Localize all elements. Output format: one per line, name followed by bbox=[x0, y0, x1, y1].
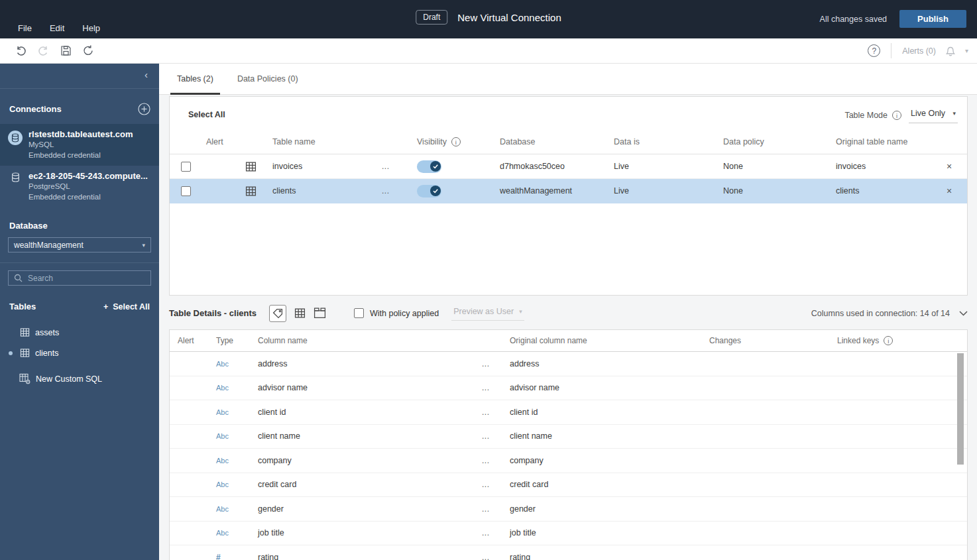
col-original-table-name: Original table name bbox=[836, 137, 947, 146]
alerts-chevron-down-icon[interactable]: ▾ bbox=[965, 47, 968, 54]
column-row[interactable]: Abccompany...company bbox=[170, 449, 967, 473]
column-name: advisor name bbox=[258, 383, 482, 392]
database-select-value: wealthManagement bbox=[14, 241, 84, 250]
column-type-icon: Abc bbox=[216, 529, 258, 537]
new-custom-sql-button[interactable]: New Custom SQL bbox=[0, 373, 159, 384]
column-row[interactable]: Abcclient id...client id bbox=[170, 400, 967, 425]
column-name: gender bbox=[258, 504, 482, 514]
row-checkbox[interactable] bbox=[181, 186, 191, 196]
original-column-name: gender bbox=[510, 504, 709, 514]
connection-item[interactable]: ec2-18-205-45-243.compute...PostgreSQLEm… bbox=[0, 166, 159, 207]
sidebar-table-item-clients[interactable]: clients bbox=[0, 343, 159, 363]
table-row[interactable]: invoices...d7hmokasc50ceoLiveNoneinvoice… bbox=[170, 154, 967, 179]
table-mode-chevron-down-icon: ▾ bbox=[952, 110, 956, 117]
row-menu-dots[interactable]: ... bbox=[382, 186, 417, 196]
with-policy-label: With policy applied bbox=[370, 309, 439, 318]
grid-view-button[interactable] bbox=[294, 308, 306, 319]
row-menu-dots[interactable]: ... bbox=[382, 162, 417, 171]
table-mode-group: Table Mode i Live Only ▾ bbox=[844, 107, 958, 123]
row-menu-dots[interactable]: ... bbox=[482, 504, 510, 514]
tables-select-all-button[interactable]: Select All bbox=[188, 110, 225, 119]
layout-view-button[interactable] bbox=[314, 308, 326, 319]
tab-data-policies[interactable]: Data Policies (0) bbox=[231, 64, 305, 94]
linked-keys-info-icon[interactable]: i bbox=[884, 336, 893, 345]
details-collapse-icon[interactable] bbox=[959, 311, 968, 316]
refresh-icon[interactable] bbox=[82, 44, 95, 57]
table-mode-info-icon[interactable]: i bbox=[892, 111, 901, 120]
col-table-name: Table name bbox=[272, 137, 382, 146]
sidebar-table-item-assets[interactable]: assets bbox=[0, 322, 159, 343]
connections-list: rlstestdb.tableautest.comMySQLEmbedded c… bbox=[0, 124, 159, 207]
select-all-tables-button[interactable]: + Select All bbox=[103, 302, 150, 311]
visibility-toggle[interactable] bbox=[417, 160, 441, 173]
search-input[interactable] bbox=[28, 274, 145, 283]
col-original-column-name: Original column name bbox=[510, 336, 709, 345]
menu-edit[interactable]: Edit bbox=[50, 23, 64, 33]
row-menu-dots[interactable]: ... bbox=[482, 480, 510, 489]
table-row[interactable]: clients...wealthManagementLiveNoneclient… bbox=[170, 179, 967, 203]
column-name: credit card bbox=[258, 480, 482, 489]
column-row[interactable]: Abcadvisor name...advisor name bbox=[170, 376, 967, 401]
row-menu-dots[interactable]: ... bbox=[482, 408, 510, 417]
row-menu-dots[interactable]: ... bbox=[482, 553, 510, 560]
help-icon[interactable]: ? bbox=[868, 44, 880, 57]
add-connection-icon[interactable] bbox=[138, 103, 150, 115]
connection-item[interactable]: rlstestdb.tableautest.comMySQLEmbedded c… bbox=[0, 124, 159, 166]
data-is-value: Live bbox=[614, 186, 723, 196]
column-name: address bbox=[258, 359, 482, 368]
table-icon bbox=[245, 186, 272, 197]
data-policy-value: None bbox=[723, 162, 836, 171]
select-all-label: Select All bbox=[113, 302, 150, 311]
top-bar: FileEditHelp Draft New Virtual Connectio… bbox=[0, 0, 977, 38]
bell-icon[interactable] bbox=[944, 44, 957, 58]
preview-chevron-down-icon: ▾ bbox=[519, 308, 522, 315]
details-scrollbar[interactable] bbox=[957, 353, 964, 465]
column-name: company bbox=[258, 456, 482, 465]
tab-tables[interactable]: Tables (2) bbox=[170, 64, 220, 94]
preview-as-user-select[interactable]: Preview as User ▾ bbox=[451, 306, 524, 321]
publish-button[interactable]: Publish bbox=[899, 10, 966, 28]
table-mode-select[interactable]: Live Only ▾ bbox=[909, 107, 958, 123]
column-row[interactable]: Abccredit card...credit card bbox=[170, 473, 967, 498]
database-label: Database bbox=[9, 221, 150, 231]
with-policy-checkbox[interactable] bbox=[354, 308, 364, 318]
column-row[interactable]: Abcgender...gender bbox=[170, 497, 967, 522]
column-row[interactable]: Abcjob title...job title bbox=[170, 522, 967, 546]
connection-info: rlstestdb.tableautest.comMySQLEmbedded c… bbox=[29, 129, 133, 160]
menu-help[interactable]: Help bbox=[82, 23, 100, 33]
visibility-info-icon[interactable]: i bbox=[451, 137, 461, 146]
col-visibility: Visibility bbox=[417, 137, 447, 146]
visibility-toggle[interactable] bbox=[417, 185, 441, 197]
tag-view-button[interactable] bbox=[269, 305, 286, 322]
sidebar-collapse-icon[interactable]: ‹ bbox=[144, 69, 148, 80]
database-select[interactable]: wealthManagement ▾ bbox=[8, 237, 151, 252]
menu-file[interactable]: File bbox=[18, 23, 32, 33]
connection-name: ec2-18-205-45-243.compute... bbox=[29, 171, 148, 181]
original-column-name: client id bbox=[510, 408, 709, 417]
row-menu-dots[interactable]: ... bbox=[482, 383, 510, 392]
connections-title: Connections bbox=[9, 104, 62, 114]
save-icon[interactable] bbox=[59, 44, 72, 57]
draft-badge: Draft bbox=[416, 10, 447, 25]
undo-icon[interactable] bbox=[14, 44, 27, 57]
col-data-policy: Data policy bbox=[723, 137, 836, 146]
column-details-panel: Alert Type Column name Original column n… bbox=[169, 329, 968, 560]
column-row[interactable]: Abcclient name...client name bbox=[170, 425, 967, 449]
row-checkbox[interactable] bbox=[181, 162, 191, 172]
column-type-icon: # bbox=[216, 553, 258, 560]
column-row[interactable]: Abcaddress...address bbox=[170, 352, 967, 376]
sidebar-tables-list: assetsclients bbox=[0, 322, 159, 363]
sidebar-tables-header: Tables + Select All bbox=[9, 302, 150, 311]
remove-table-button[interactable]: × bbox=[947, 161, 952, 172]
row-menu-dots[interactable]: ... bbox=[482, 431, 510, 441]
row-menu-dots[interactable]: ... bbox=[482, 456, 510, 465]
column-name: rating bbox=[258, 553, 482, 560]
row-menu-dots[interactable]: ... bbox=[482, 528, 510, 537]
row-menu-dots[interactable]: ... bbox=[482, 359, 510, 368]
database-icon bbox=[8, 172, 23, 182]
column-row[interactable]: #rating...rating bbox=[170, 545, 967, 560]
sidebar-divider bbox=[0, 262, 159, 263]
remove-table-button[interactable]: × bbox=[947, 186, 952, 196]
column-type-icon: Abc bbox=[216, 408, 258, 416]
tables-title: Tables bbox=[9, 302, 36, 311]
